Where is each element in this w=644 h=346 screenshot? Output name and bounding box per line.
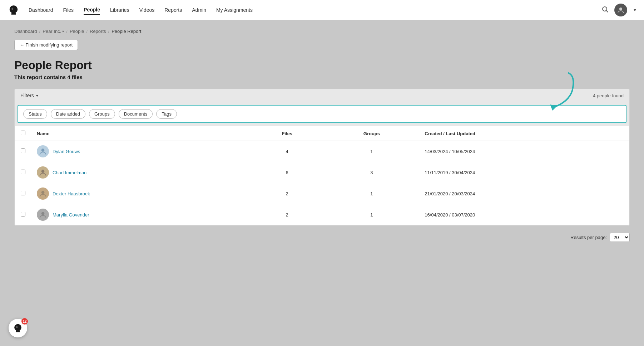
bottom-badge-inner: 12	[9, 319, 27, 337]
nav-people[interactable]: People	[84, 5, 100, 15]
col-name: Name	[31, 126, 250, 141]
svg-point-7	[41, 191, 45, 194]
navigation: Dashboard Files People Libraries Videos …	[0, 0, 644, 20]
finish-modifying-button[interactable]: ← Finish modifying report	[14, 40, 78, 50]
nav-libraries[interactable]: Libraries	[110, 6, 129, 14]
table-row: Dylan Gouws4114/03/2024 / 10/05/2024	[15, 141, 629, 162]
created-date-3: 16/04/2020 / 03/07/2020	[419, 204, 629, 225]
filter-pills-container: Status Date added Groups Documents Tags	[18, 105, 626, 123]
svg-point-5	[41, 148, 45, 152]
notification-count: 12	[21, 318, 28, 325]
person-cell-0: Dylan Gouws	[37, 145, 244, 157]
filter-section: Filters ▾ 4 people found Status Date add…	[14, 89, 630, 226]
nav-files[interactable]: Files	[63, 6, 74, 14]
row-checkbox-1[interactable]	[21, 170, 25, 174]
select-all-header	[15, 126, 31, 141]
avatar-0	[37, 145, 49, 157]
table-row: Dexter Haasbroek2121/01/2020 / 20/03/202…	[15, 183, 629, 204]
breadcrumb-sep-2: /	[66, 29, 68, 34]
nav-admin[interactable]: Admin	[192, 6, 206, 14]
people-found-count: 4 people found	[593, 93, 624, 98]
app-logo[interactable]	[7, 4, 20, 16]
table-body: Dylan Gouws4114/03/2024 / 10/05/2024Char…	[15, 141, 629, 225]
created-date-2: 21/01/2020 / 20/03/2024	[419, 183, 629, 204]
person-name-0[interactable]: Dylan Gouws	[53, 149, 80, 154]
svg-line-2	[606, 10, 608, 12]
filter-pill-documents[interactable]: Documents	[119, 109, 153, 119]
nav-dashboard[interactable]: Dashboard	[29, 6, 53, 14]
files-count-0: 4	[250, 141, 325, 162]
person-cell-1: Charl Immelman	[37, 166, 244, 179]
table-row: Marylla Govender2116/04/2020 / 03/07/202…	[15, 204, 629, 225]
results-per-page-select[interactable]: 20 50 100	[610, 233, 630, 242]
filters-button[interactable]: Filters ▾	[20, 93, 38, 98]
row-checkbox-0[interactable]	[21, 148, 25, 153]
nav-reports[interactable]: Reports	[164, 6, 182, 14]
breadcrumb-dashboard[interactable]: Dashboard	[14, 29, 37, 34]
col-files: Files	[250, 126, 325, 141]
nav-my-assignments[interactable]: My Assignments	[216, 6, 253, 14]
user-avatar[interactable]	[614, 4, 627, 16]
breadcrumb-sep-4: /	[108, 29, 110, 34]
table-row: Charl Immelman6311/11/2019 / 30/04/2024	[15, 162, 629, 183]
main-content: Dashboard / Pear Inc. ▾ / People / Repor…	[0, 20, 644, 250]
filter-pill-date-added[interactable]: Date added	[51, 109, 85, 119]
col-groups: Groups	[325, 126, 419, 141]
groups-count-3: 1	[325, 204, 419, 225]
breadcrumb-people[interactable]: People	[70, 29, 84, 34]
svg-point-0	[11, 8, 13, 10]
breadcrumb-sep-3: /	[86, 29, 88, 34]
nav-videos[interactable]: Videos	[139, 6, 155, 14]
files-count-2: 2	[250, 183, 325, 204]
page-title: People Report	[14, 59, 630, 72]
groups-count-0: 1	[325, 141, 419, 162]
bottom-badge-container: 12	[9, 319, 27, 337]
files-count-3: 2	[250, 204, 325, 225]
breadcrumb-org-label: Pear Inc.	[43, 29, 61, 34]
breadcrumb-org[interactable]: Pear Inc. ▾	[43, 29, 64, 34]
page-subtitle: This report contains 4 files	[14, 74, 630, 80]
breadcrumb-sep-1: /	[39, 29, 41, 34]
nav-right: ▼	[601, 4, 637, 16]
avatar-2	[37, 187, 49, 200]
filter-pill-status[interactable]: Status	[23, 109, 47, 119]
svg-point-3	[619, 8, 622, 10]
row-checkbox-3[interactable]	[21, 212, 25, 216]
results-per-page-label: Results per page:	[570, 235, 607, 240]
person-name-3[interactable]: Marylla Govender	[53, 212, 89, 218]
groups-count-1: 3	[325, 162, 419, 183]
table-header-row: Name Files Groups Created / Last Updated	[15, 126, 629, 141]
svg-point-8	[41, 212, 45, 215]
filters-chevron-icon: ▾	[36, 93, 38, 98]
created-date-1: 11/11/2019 / 30/04/2024	[419, 162, 629, 183]
avatar-1	[37, 166, 49, 179]
select-all-checkbox[interactable]	[21, 131, 25, 135]
finish-button-label: ← Finish modifying report	[20, 42, 73, 48]
people-table: Name Files Groups Created / Last Updated…	[15, 126, 629, 225]
row-checkbox-2[interactable]	[21, 191, 25, 195]
filters-label: Filters	[20, 93, 34, 98]
filter-pill-groups[interactable]: Groups	[89, 109, 115, 119]
nav-items: Dashboard Files People Libraries Videos …	[29, 5, 601, 15]
people-table-container: Name Files Groups Created / Last Updated…	[15, 126, 629, 225]
search-icon[interactable]	[601, 6, 609, 14]
breadcrumb-reports[interactable]: Reports	[90, 29, 106, 34]
filter-pill-tags[interactable]: Tags	[156, 109, 177, 119]
created-date-0: 14/03/2024 / 10/05/2024	[419, 141, 629, 162]
breadcrumb-current: People Report	[112, 29, 141, 34]
person-cell-3: Marylla Govender	[37, 209, 244, 221]
person-name-2[interactable]: Dexter Haasbroek	[53, 191, 90, 196]
groups-count-2: 1	[325, 183, 419, 204]
avatar-3	[37, 209, 49, 221]
breadcrumb: Dashboard / Pear Inc. ▾ / People / Repor…	[14, 29, 630, 34]
chevron-down-icon: ▾	[62, 29, 64, 33]
pagination: Results per page: 20 50 100	[14, 226, 630, 242]
person-cell-2: Dexter Haasbroek	[37, 187, 244, 200]
files-count-1: 6	[250, 162, 325, 183]
person-name-1[interactable]: Charl Immelman	[53, 170, 86, 175]
svg-point-9	[16, 326, 18, 328]
avatar-dropdown-icon[interactable]: ▼	[633, 8, 637, 12]
svg-point-6	[41, 170, 45, 173]
filter-header: Filters ▾ 4 people found	[15, 89, 629, 102]
col-created: Created / Last Updated	[419, 126, 629, 141]
